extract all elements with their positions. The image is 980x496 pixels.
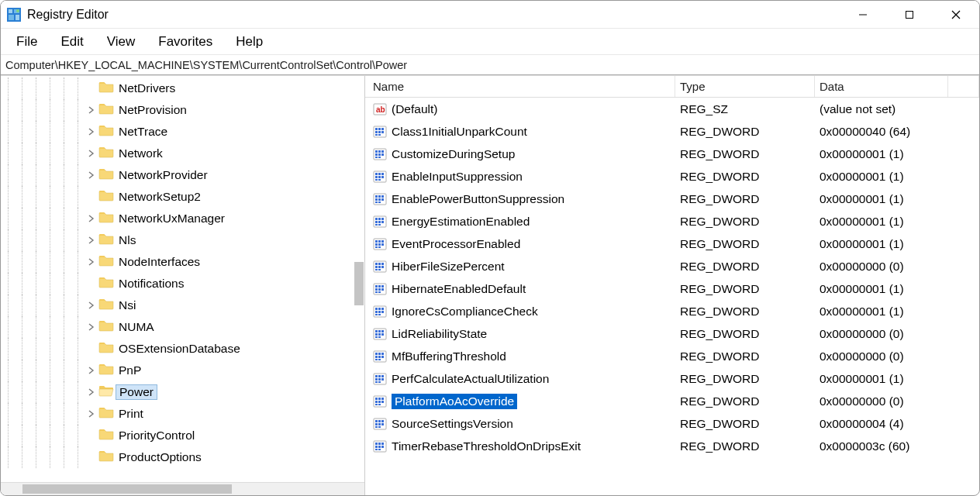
chevron-right-icon[interactable]	[85, 208, 98, 229]
tree-item[interactable]: Network	[1, 143, 364, 164]
value-row[interactable]: MfBufferingThresholdREG_DWORD0x00000000 …	[365, 345, 979, 367]
column-header-type[interactable]: Type	[675, 76, 815, 97]
value-name: EnergyEstimationEnabled	[392, 215, 530, 229]
tree-item[interactable]: Power	[1, 381, 364, 403]
svg-rect-79	[375, 288, 378, 291]
column-header-extra[interactable]	[948, 76, 979, 97]
chevron-right-icon[interactable]	[85, 360, 98, 381]
value-row[interactable]: ab (Default)REG_SZ(value not set)	[365, 98, 979, 120]
value-row[interactable]: PlatformAoAcOverrideREG_DWORD0x00000000 …	[365, 390, 979, 412]
value-row[interactable]: IgnoreCsComplianceCheckREG_DWORD0x000000…	[365, 300, 979, 322]
tree-item[interactable]: Nls	[1, 229, 364, 251]
svg-rect-22	[375, 150, 378, 153]
value-data: 0x00000001 (1)	[815, 305, 979, 319]
column-header-data[interactable]: Data	[815, 76, 948, 97]
svg-rect-58	[375, 240, 378, 243]
chevron-right-icon[interactable]	[85, 251, 98, 273]
body: NetDrivers NetProvision NetTrace Network…	[1, 75, 979, 495]
svg-rect-53	[378, 221, 381, 223]
menu-view[interactable]: View	[96, 31, 147, 53]
svg-rect-126	[381, 401, 384, 403]
svg-rect-139	[375, 443, 378, 445]
value-row[interactable]: SourceSettingsVersionREG_DWORD0x00000004…	[365, 412, 979, 435]
value-row[interactable]: PerfCalculateActualUtilizationREG_DWORD0…	[365, 367, 979, 390]
tree-scroll[interactable]: NetDrivers NetProvision NetTrace Network…	[1, 76, 364, 482]
address-bar[interactable]: Computer\HKEY_LOCAL_MACHINE\SYSTEM\Curre…	[1, 55, 979, 75]
value-type: REG_DWORD	[675, 192, 815, 206]
tree-item[interactable]: PnP	[1, 360, 364, 381]
horizontal-scrollbar-thumb[interactable]	[22, 484, 232, 494]
column-header-name[interactable]: Name	[365, 76, 675, 97]
menu-favorites[interactable]: Favorites	[147, 31, 223, 53]
value-row[interactable]: Class1InitialUnparkCountREG_DWORD0x00000…	[365, 120, 979, 143]
svg-rect-77	[378, 285, 381, 288]
value-row[interactable]: EventProcessorEnabledREG_DWORD0x00000001…	[365, 232, 979, 255]
tree-item[interactable]: NetworkSetup2	[1, 186, 364, 208]
svg-rect-117	[381, 378, 384, 381]
value-row[interactable]: EnableInputSuppressionREG_DWORD0x0000000…	[365, 165, 979, 188]
value-row[interactable]: EnablePowerButtonSuppressionREG_DWORD0x0…	[365, 188, 979, 210]
minimize-button[interactable]	[840, 1, 886, 28]
close-button[interactable]	[933, 1, 979, 28]
tree-item[interactable]: Notifications	[1, 273, 364, 294]
svg-rect-24	[381, 150, 384, 153]
tree-item[interactable]: Nsi	[1, 294, 364, 316]
svg-rect-51	[381, 218, 384, 220]
svg-rect-42	[381, 195, 384, 198]
chevron-right-icon[interactable]	[85, 229, 98, 251]
tree-item[interactable]: OSExtensionDatabase	[1, 338, 364, 360]
chevron-right-icon[interactable]	[85, 143, 98, 164]
chevron-right-icon[interactable]	[85, 403, 98, 425]
value-data: 0x00000001 (1)	[815, 372, 979, 386]
svg-rect-121	[375, 398, 378, 400]
menu-edit[interactable]: Edit	[50, 31, 94, 53]
menu-file[interactable]: File	[5, 31, 48, 53]
tree-item[interactable]: NetTrace	[1, 121, 364, 143]
value-row[interactable]: CustomizeDuringSetupREG_DWORD0x00000001 …	[365, 143, 979, 165]
value-name: Class1InitialUnparkCount	[392, 125, 527, 139]
tree-item[interactable]: NUMA	[1, 316, 364, 338]
value-row[interactable]: TimerRebaseThresholdOnDripsExitREG_DWORD…	[365, 435, 979, 457]
tree-item-label: NetworkSetup2	[119, 190, 207, 204]
folder-icon	[98, 124, 114, 136]
horizontal-scrollbar[interactable]	[1, 482, 364, 495]
value-type: REG_DWORD	[675, 237, 815, 251]
tree-item[interactable]: NetProvision	[1, 99, 364, 121]
value-data: 0x00000000 (0)	[815, 394, 979, 408]
value-row[interactable]: LidReliabilityStateREG_DWORD0x00000000 (…	[365, 322, 979, 345]
tree-item[interactable]: Print	[1, 403, 364, 425]
svg-rect-109	[375, 359, 378, 360]
chevron-right-icon[interactable]	[85, 316, 98, 338]
tree-item[interactable]: NetworkProvider	[1, 164, 364, 186]
vertical-scrollbar-thumb[interactable]	[354, 262, 364, 305]
svg-rect-3	[9, 15, 14, 20]
tree-item-label: OSExtensionDatabase	[119, 342, 247, 356]
value-row[interactable]: HibernateEnabledDefaultREG_DWORD0x000000…	[365, 277, 979, 300]
svg-rect-46	[375, 202, 378, 203]
svg-rect-31	[375, 173, 378, 175]
value-row[interactable]: HiberFileSizePercentREG_DWORD0x00000000 …	[365, 255, 979, 277]
tree-item[interactable]: NodeInterfaces	[1, 251, 364, 273]
svg-rect-4	[16, 15, 19, 20]
chevron-right-icon[interactable]	[85, 164, 98, 186]
value-type: REG_DWORD	[675, 417, 815, 431]
tree-expander-empty	[85, 78, 98, 99]
tree-item[interactable]: ProductOptions	[1, 446, 364, 468]
svg-rect-23	[378, 150, 381, 153]
window-controls	[840, 1, 979, 28]
address-text: Computer\HKEY_LOCAL_MACHINE\SYSTEM\Curre…	[5, 59, 407, 71]
maximize-button[interactable]	[886, 1, 933, 28]
chevron-right-icon[interactable]	[85, 294, 98, 316]
tree-item[interactable]: PriorityControl	[1, 425, 364, 446]
tree-item[interactable]: NetworkUxManager	[1, 208, 364, 229]
svg-rect-82	[375, 291, 378, 293]
chevron-right-icon[interactable]	[85, 99, 98, 121]
value-row[interactable]: EnergyEstimationEnabledREG_DWORD0x000000…	[365, 210, 979, 232]
chevron-right-icon[interactable]	[85, 121, 98, 143]
menu-help[interactable]: Help	[225, 31, 274, 53]
svg-rect-140	[378, 443, 381, 445]
value-name: HibernateEnabledDefault	[392, 282, 526, 296]
tree-item[interactable]: NetDrivers	[1, 78, 364, 99]
chevron-right-icon[interactable]	[85, 381, 98, 403]
svg-rect-54	[381, 221, 384, 223]
